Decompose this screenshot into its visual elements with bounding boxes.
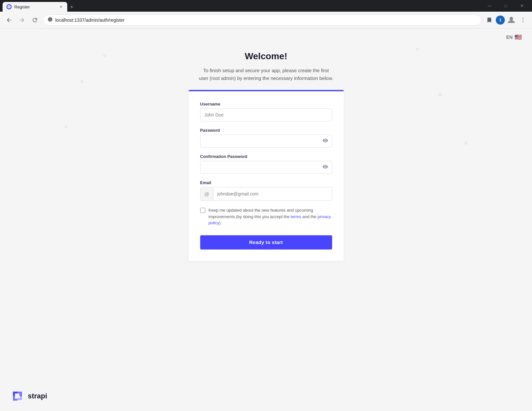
terms-link[interactable]: terms	[291, 214, 301, 219]
tab-favicon-icon	[6, 4, 12, 9]
welcome-subtitle: To finish setup and secure your app, ple…	[198, 67, 334, 82]
address-text: localhost:1337/admin/auth/register	[55, 17, 477, 23]
forward-button[interactable]	[17, 15, 27, 25]
close-button[interactable]: ✕	[515, 0, 529, 12]
email-input-wrapper: @	[200, 187, 332, 201]
svg-point-3	[523, 21, 524, 22]
username-input[interactable]	[200, 108, 332, 121]
svg-rect-4	[10, 389, 25, 403]
toolbar-right: 1	[484, 15, 528, 25]
lang-code: EN	[506, 35, 513, 40]
email-input[interactable]	[213, 187, 332, 200]
confirm-password-label: Confirmation Password	[200, 154, 332, 159]
back-button[interactable]	[4, 15, 14, 25]
password-label: Password	[200, 128, 332, 133]
welcome-section: Welcome! To finish setup and secure your…	[198, 51, 334, 82]
active-tab[interactable]: Register ✕	[3, 2, 67, 12]
more-button[interactable]	[518, 15, 528, 25]
language-selector[interactable]: EN 🇺🇸	[506, 34, 522, 41]
confirm-password-input[interactable]	[200, 161, 332, 174]
bookmark-button[interactable]	[484, 15, 494, 25]
maximize-button[interactable]: □	[498, 0, 513, 12]
browser-titlebar: Register ✕ + — □ ✕	[0, 0, 532, 12]
browser-toolbar: localhost:1337/admin/auth/register 1	[0, 12, 532, 28]
tab-close-button[interactable]: ✕	[58, 4, 63, 9]
newsletter-label: Keep me updated about the new features a…	[209, 207, 332, 226]
newsletter-checkbox[interactable]	[200, 208, 205, 213]
svg-point-2	[523, 19, 524, 20]
email-at-icon: @	[201, 187, 213, 200]
register-form-card: Username Password Confirmation Password	[189, 90, 344, 261]
new-tab-button[interactable]: +	[67, 3, 76, 12]
password-input[interactable]	[200, 135, 332, 148]
strapi-name-text: strapi	[28, 392, 47, 400]
page-content: EN 🇺🇸 Welcome! To finish setup and secur…	[0, 28, 532, 411]
refresh-button[interactable]	[30, 15, 40, 25]
address-bar[interactable]: localhost:1337/admin/auth/register	[43, 15, 482, 26]
welcome-title: Welcome!	[198, 51, 334, 61]
strapi-logo-icon	[10, 389, 25, 403]
username-label: Username	[200, 102, 332, 106]
svg-point-0	[510, 17, 513, 20]
bitwarden-icon[interactable]: 1	[496, 16, 505, 25]
email-group: Email @	[200, 180, 332, 201]
minimize-button[interactable]: —	[482, 0, 497, 12]
email-label: Email	[200, 180, 332, 185]
submit-button[interactable]: Ready to start	[200, 235, 332, 250]
tab-title-text: Register	[14, 5, 56, 9]
checkbox-text-middle: and the	[301, 214, 318, 219]
password-input-wrapper	[200, 135, 332, 148]
username-group: Username	[200, 102, 332, 121]
checkbox-text-after: ).	[219, 220, 222, 225]
confirm-password-input-wrapper	[200, 161, 332, 174]
newsletter-checkbox-group: Keep me updated about the new features a…	[200, 207, 332, 226]
svg-point-1	[523, 17, 524, 18]
strapi-logo: strapi	[10, 389, 47, 403]
confirm-password-eye-icon[interactable]	[322, 164, 328, 171]
lang-flag: 🇺🇸	[515, 34, 522, 41]
password-group: Password	[200, 128, 332, 148]
profile-button[interactable]	[506, 15, 516, 25]
password-eye-icon[interactable]	[322, 138, 328, 145]
confirm-password-group: Confirmation Password	[200, 154, 332, 174]
tab-bar: Register ✕ +	[3, 0, 480, 12]
window-controls: — □ ✕	[482, 0, 529, 12]
address-info-icon	[48, 17, 53, 23]
